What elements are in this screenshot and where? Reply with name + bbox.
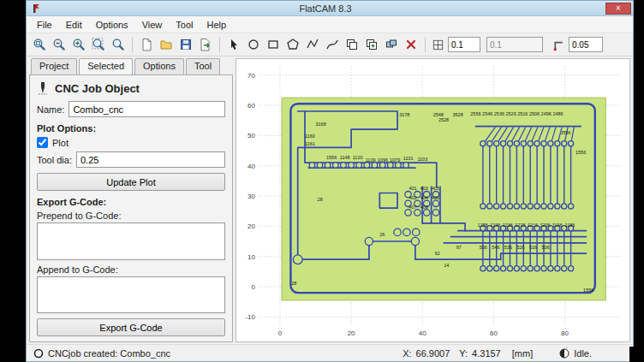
window-title: FlatCAM 8.3 [45, 3, 605, 14]
save-project-icon[interactable] [176, 35, 195, 54]
content-area: Project Selected Options Tool CNC Job Ob… [27, 56, 633, 344]
svg-text:1256: 1256 [478, 223, 488, 228]
prepend-label: Prepend to G-Code: [37, 211, 225, 221]
svg-text:0: 0 [252, 283, 256, 291]
update-plot-button[interactable]: Update Plot [37, 173, 225, 191]
export-file-icon[interactable] [196, 35, 215, 54]
pcb-plot-canvas[interactable]: 020406080-100102030405060703168317825483… [236, 59, 630, 342]
export-gcode-button[interactable]: Export G-Code [37, 318, 225, 336]
close-button[interactable]: × [605, 3, 631, 15]
svg-text:J556: J556 [561, 130, 571, 135]
grid-y-input[interactable] [486, 37, 543, 52]
svg-text:405: 405 [432, 186, 439, 191]
tab-tool[interactable]: Tool [186, 58, 220, 74]
svg-text:1148: 1148 [340, 155, 350, 160]
svg-text:3528: 3528 [453, 112, 463, 117]
svg-text:0: 0 [278, 329, 283, 337]
plot-checkbox[interactable] [37, 137, 48, 148]
svg-text:20: 20 [348, 329, 355, 337]
grid-x-input[interactable] [448, 37, 480, 52]
tab-selected[interactable]: Selected [79, 58, 133, 74]
y-value: 4.3157 [472, 348, 501, 359]
svg-text:403: 403 [420, 186, 428, 191]
app-icon [32, 3, 42, 14]
svg-text:40: 40 [247, 163, 255, 170]
svg-text:62: 62 [435, 251, 440, 256]
copy-object-icon[interactable] [343, 35, 361, 54]
draw-polygon-icon[interactable] [283, 35, 302, 54]
svg-text:2536: 2536 [494, 111, 504, 116]
draw-rect-icon[interactable] [264, 35, 283, 54]
draw-curve-icon[interactable] [323, 35, 342, 54]
tab-project[interactable]: Project [31, 58, 77, 74]
svg-text:10: 10 [247, 253, 255, 261]
svg-text:-10: -10 [245, 313, 255, 321]
svg-text:1161: 1161 [305, 141, 315, 146]
name-input[interactable] [69, 101, 225, 117]
svg-text:1216: 1216 [528, 223, 538, 228]
delete-object-icon[interactable] [402, 35, 420, 54]
svg-text:409: 409 [420, 205, 428, 210]
tool-dia-row: Tool dia: [37, 151, 225, 168]
svg-text:2528: 2528 [438, 117, 449, 122]
state-label: Idle. [574, 348, 592, 359]
svg-text:546: 546 [492, 245, 499, 250]
menu-view[interactable]: View [135, 17, 170, 33]
svg-text:50: 50 [247, 132, 255, 139]
svg-text:506: 506 [542, 245, 550, 250]
toolbar-separator [132, 37, 133, 52]
append-gcode-textarea[interactable] [37, 276, 225, 314]
menu-file[interactable]: File [30, 17, 59, 33]
zoom-pan-icon[interactable] [109, 35, 128, 54]
svg-text:1246: 1246 [490, 223, 500, 228]
x-value: 66.9007 [416, 348, 450, 359]
svg-text:404: 404 [420, 195, 428, 200]
svg-text:20: 20 [247, 223, 255, 230]
draw-circle-icon[interactable] [244, 35, 263, 54]
svg-text:2548: 2548 [433, 112, 444, 117]
plot-area[interactable]: 020406080-100102030405060703168317825483… [236, 58, 630, 342]
title-bar[interactable]: FlatCAM 8.3 × [27, 1, 633, 16]
svg-text:2526: 2526 [506, 111, 516, 116]
svg-text:556: 556 [480, 245, 487, 250]
svg-text:407: 407 [408, 205, 416, 210]
grid-snap-icon[interactable] [432, 39, 444, 51]
tool-bar [27, 33, 633, 56]
svg-text:1556: 1556 [326, 155, 337, 160]
open-project-icon[interactable] [157, 35, 176, 54]
menu-options[interactable]: Options [89, 17, 135, 33]
svg-text:1226: 1226 [515, 223, 525, 228]
svg-text:30: 30 [247, 193, 255, 200]
prepend-gcode-textarea[interactable] [37, 223, 225, 260]
select-cursor-icon[interactable] [224, 35, 243, 54]
menu-help[interactable]: Help [200, 17, 233, 33]
toolbar-separator [425, 37, 426, 52]
svg-text:402: 402 [408, 195, 416, 200]
tab-options[interactable]: Options [134, 58, 184, 74]
draw-path-icon[interactable] [303, 35, 322, 54]
append-label: Append to G-Code: [37, 264, 225, 275]
menu-bar: File Edit Options View Tool Help [27, 16, 633, 33]
tool-dia-input[interactable] [76, 151, 225, 168]
status-bar: CNCjob created: Combo_cnc X: 66.9007 Y: … [27, 344, 633, 361]
svg-text:536: 536 [504, 245, 512, 250]
svg-text:2486: 2486 [552, 111, 563, 116]
svg-text:2556: 2556 [470, 111, 480, 116]
zoom-window-icon[interactable] [89, 35, 108, 54]
tool-dia-label: Tool dia: [37, 155, 72, 165]
corner-snap-icon[interactable] [552, 39, 565, 51]
desktop: { "window": { "title": "FlatCAM 8.3", "c… [0, 0, 644, 362]
duplicate-object-icon[interactable] [362, 35, 381, 54]
zoom-out-icon[interactable] [50, 35, 69, 54]
svg-text:28: 28 [291, 281, 296, 286]
menu-edit[interactable]: Edit [59, 17, 89, 33]
menu-tool[interactable]: Tool [169, 17, 200, 33]
svg-text:516: 516 [529, 245, 537, 250]
zoom-fit-icon[interactable] [30, 35, 49, 54]
union-objects-icon[interactable] [382, 35, 401, 54]
zoom-in-icon[interactable] [69, 35, 88, 54]
plot-options-label: Plot Options: [37, 123, 225, 134]
svg-text:1556: 1556 [583, 288, 593, 293]
new-project-icon[interactable] [137, 35, 156, 54]
snap-max-input[interactable] [569, 37, 603, 52]
